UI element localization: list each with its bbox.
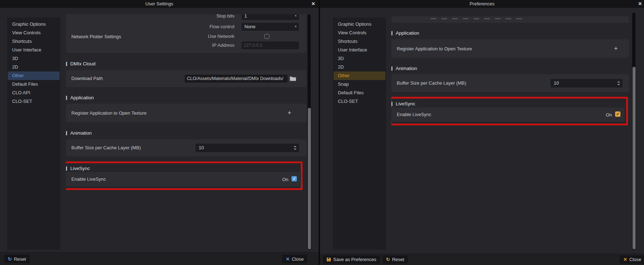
register-application-label: Register Application to Open Texture xyxy=(71,110,147,116)
flow-control-label: Flow control xyxy=(174,23,234,31)
section-title: Animation xyxy=(70,130,92,136)
settings-content: Application Register Application to Open… xyxy=(391,14,629,250)
network-plotter-label: Network Plotter Settings xyxy=(71,34,121,39)
chevron-down-icon: ▾ xyxy=(295,14,296,20)
save-as-preferences-button[interactable]: Save as Preferences xyxy=(323,255,380,264)
sidebar-item-shortcuts[interactable]: Shortcuts xyxy=(8,37,60,46)
sidebar-item-graphic-options[interactable]: Graphic Options xyxy=(8,20,60,29)
close-button[interactable]: ✕ Close xyxy=(282,255,307,263)
close-icon[interactable]: ✕ xyxy=(636,0,644,8)
buffer-size-stepper[interactable]: 10 xyxy=(551,79,623,88)
use-network-checkbox[interactable] xyxy=(264,34,269,39)
user-settings-dialog: User Settings ✕ Graphic Options View Con… xyxy=(0,0,319,265)
section-bar-icon xyxy=(391,102,392,106)
download-path-input[interactable]: CLO/Assets/Materials/Material/DMIx Downl… xyxy=(185,75,288,82)
sidebar-item-other-selected[interactable]: Other xyxy=(334,71,385,80)
close-button-label: Close xyxy=(629,257,641,262)
save-button-label: Save as Preferences xyxy=(333,257,376,262)
dialog-title: Preferences xyxy=(320,0,644,8)
dialog-footer: Save as Preferences ↻ Reset ✕ Close xyxy=(320,254,644,265)
browse-folder-button[interactable] xyxy=(289,75,297,82)
livesync-state-label: On xyxy=(282,177,288,182)
settings-sidebar: Graphic Options View Controls Shortcuts … xyxy=(7,18,60,250)
sidebar-item-user-interface[interactable]: User Interface xyxy=(334,46,385,54)
section-title: LiveSync xyxy=(396,101,415,107)
add-application-button[interactable]: + xyxy=(614,45,618,52)
enable-livesync-label: Enable LiveSync xyxy=(71,176,106,182)
stop-bits-dropdown[interactable]: 1 ▾ xyxy=(242,14,299,20)
section-bar-icon xyxy=(66,62,67,66)
section-bar-icon xyxy=(66,96,67,100)
sidebar-item-clo-api[interactable]: CLO API xyxy=(8,89,60,97)
settings-sidebar: Graphic Options View Controls Shortcuts … xyxy=(333,18,386,250)
titlebar[interactable]: User Settings ✕ xyxy=(0,0,319,8)
section-animation: Animation xyxy=(391,65,498,72)
sidebar-item-view-controls[interactable]: View Controls xyxy=(334,29,385,37)
chevron-down-icon: ▾ xyxy=(295,23,296,31)
section-title: Animation xyxy=(396,65,417,72)
sidebar-item-default-files[interactable]: Default Files xyxy=(8,80,60,89)
close-button[interactable]: ✕ Close xyxy=(620,255,644,264)
section-application: Application xyxy=(391,30,498,36)
sidebar-item-shortcuts[interactable]: Shortcuts xyxy=(334,37,385,46)
close-icon[interactable]: ✕ xyxy=(309,0,317,8)
section-title: LiveSync xyxy=(70,165,90,172)
section-livesync: LiveSync xyxy=(391,101,498,107)
sidebar-item-3d[interactable]: 3D xyxy=(334,54,385,63)
section-title: DMIx Cloud xyxy=(70,61,96,67)
sidebar-item-snap[interactable]: Snap xyxy=(334,80,385,89)
folder-icon xyxy=(290,76,296,81)
buffer-size-stepper[interactable]: 10 xyxy=(196,144,299,152)
enable-livesync-checkbox[interactable]: ✓ xyxy=(291,176,297,181)
buffer-size-label: Buffer Size per Cache Layer (MB) xyxy=(397,80,466,86)
sidebar-item-user-interface[interactable]: User Interface xyxy=(8,46,60,54)
enable-livesync-label: Enable LiveSync xyxy=(397,112,431,117)
content-scrollbar[interactable] xyxy=(308,14,311,250)
reset-button[interactable]: ↻ Reset xyxy=(4,255,30,263)
ip-address-input[interactable]: 127.0.0.1 xyxy=(242,41,299,49)
dialog-panel: Graphic Options View Controls Shortcuts … xyxy=(320,8,644,265)
buffer-size-label: Buffer Size per Cache Layer (MB) xyxy=(71,145,141,150)
add-application-button[interactable]: + xyxy=(288,109,291,117)
scrollbar-thumb[interactable] xyxy=(633,67,635,249)
sidebar-item-other-selected[interactable]: Other xyxy=(8,71,60,80)
section-animation: Animation xyxy=(66,130,173,136)
sidebar-item-view-controls[interactable]: View Controls xyxy=(8,29,60,37)
section-bar-icon xyxy=(391,31,392,35)
stop-bits-value: 1 xyxy=(244,14,247,19)
stop-bits-label: Stop bits xyxy=(174,14,234,20)
enable-livesync-checkbox[interactable]: ✓ xyxy=(615,111,620,117)
section-application: Application xyxy=(66,95,173,101)
flow-control-value: None xyxy=(244,24,255,29)
titlebar[interactable]: Preferences ✕ xyxy=(320,0,644,8)
sidebar-item-2d[interactable]: 2D xyxy=(334,63,385,71)
dialog-panel: Graphic Options View Controls Shortcuts … xyxy=(0,8,319,265)
sidebar-item-clo-set[interactable]: CLO-SET xyxy=(8,97,60,106)
sidebar-item-3d[interactable]: 3D xyxy=(8,54,60,63)
section-bar-icon xyxy=(66,131,67,135)
close-icon: ✕ xyxy=(623,257,627,262)
buffer-size-value: 10 xyxy=(199,145,204,150)
flow-control-dropdown[interactable]: None ▾ xyxy=(242,23,299,31)
use-network-label: Use Network xyxy=(174,33,234,40)
section-dmix-cloud: DMIx Cloud xyxy=(66,61,173,67)
sidebar-item-2d[interactable]: 2D xyxy=(8,63,60,71)
sidebar-item-graphic-options[interactable]: Graphic Options xyxy=(334,20,385,29)
save-icon xyxy=(326,257,331,262)
settings-content: Network Plotter Settings Stop bits 1 ▾ F… xyxy=(66,14,306,250)
stepper-arrows-icon[interactable] xyxy=(617,79,620,88)
scrollbar-thumb[interactable] xyxy=(308,108,311,249)
sidebar-item-clo-set[interactable]: CLO-SET xyxy=(334,97,385,106)
register-application-label: Register Application to Open Texture xyxy=(397,46,472,51)
content-scrollbar[interactable] xyxy=(632,12,635,250)
stepper-arrows-icon[interactable] xyxy=(293,144,297,152)
reset-icon: ↻ xyxy=(8,257,12,261)
close-button-label: Close xyxy=(292,256,304,262)
reset-button[interactable]: ↻ Reset xyxy=(382,255,408,264)
section-livesync: LiveSync xyxy=(66,165,173,172)
dialog-title: User Settings xyxy=(0,0,319,8)
ip-address-label: IP Address xyxy=(174,41,234,49)
reset-button-label: Reset xyxy=(392,257,404,262)
buffer-size-value: 10 xyxy=(554,80,559,86)
sidebar-item-default-files[interactable]: Default Files xyxy=(334,89,385,97)
